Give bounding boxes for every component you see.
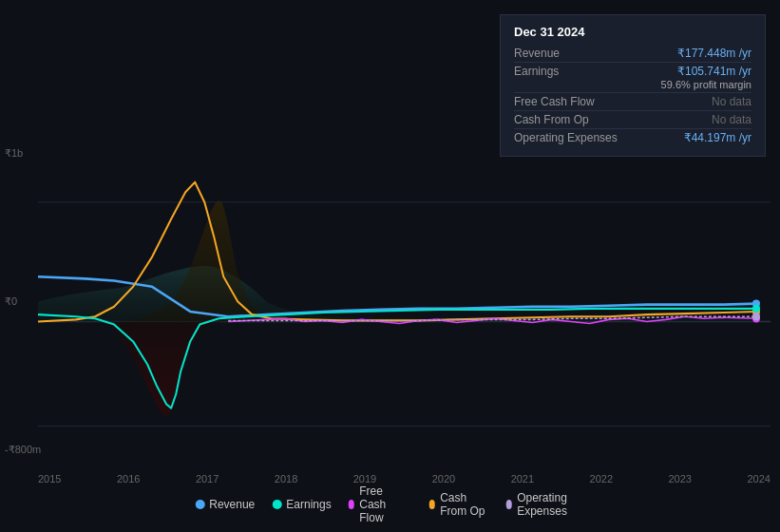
legend-item-opex[interactable]: Operating Expenses xyxy=(506,491,585,518)
tooltip-label-revenue: Revenue xyxy=(514,47,628,60)
tooltip-value-cashfromop: No data xyxy=(712,113,751,126)
chart-container: ₹1b ₹0 -₹800m xyxy=(0,147,780,484)
y-label-zero: ₹0 xyxy=(5,295,41,308)
y-label-bottom: -₹800m xyxy=(5,444,41,456)
legend-item-cashfromop[interactable]: Cash From Op xyxy=(429,491,489,518)
y-label-top: ₹1b xyxy=(5,147,41,160)
tooltip-label-earnings: Earnings xyxy=(514,65,628,78)
tooltip-date: Dec 31 2024 xyxy=(514,25,751,39)
x-label-2023: 2023 xyxy=(669,473,692,484)
legend-dot-fcf xyxy=(349,500,355,509)
x-label-2018: 2018 xyxy=(275,473,297,484)
legend-item-fcf[interactable]: Free Cash Flow xyxy=(349,484,412,524)
legend-dot-cashfromop xyxy=(429,500,436,509)
tooltip-value-earnings: ₹105.741m /yr xyxy=(661,65,751,78)
chart-svg xyxy=(38,147,770,456)
chart-area xyxy=(38,147,770,456)
tooltip-card: Dec 31 2024 Revenue ₹177.448m /yr Earnin… xyxy=(500,14,766,157)
x-label-2024: 2024 xyxy=(747,473,770,484)
x-axis-labels: 2015 2016 2017 2018 2019 2020 2021 2022 … xyxy=(38,473,770,484)
legend-dot-revenue xyxy=(195,500,204,509)
tooltip-label-fcf: Free Cash Flow xyxy=(514,95,628,108)
legend-item-revenue[interactable]: Revenue xyxy=(195,498,255,511)
tooltip-value-fcf: No data xyxy=(712,95,751,108)
legend-label-revenue: Revenue xyxy=(209,498,255,511)
x-label-2017: 2017 xyxy=(196,473,219,484)
tooltip-row-opex: Operating Expenses ₹44.197m /yr xyxy=(514,129,751,146)
x-label-2019: 2019 xyxy=(353,473,376,484)
tooltip-row-earnings: Earnings ₹105.741m /yr 59.6% profit marg… xyxy=(514,63,751,93)
legend-label-opex: Operating Expenses xyxy=(517,491,585,518)
x-label-2015: 2015 xyxy=(38,473,61,484)
legend-dot-opex xyxy=(506,500,513,509)
svg-point-7 xyxy=(752,313,760,320)
tooltip-value-opex: ₹44.197m /yr xyxy=(684,131,751,144)
legend-label-cashfromop: Cash From Op xyxy=(440,491,488,518)
tooltip-row-fcf: Free Cash Flow No data xyxy=(514,93,751,111)
legend-label-earnings: Earnings xyxy=(286,498,331,511)
profit-margin: 59.6% profit margin xyxy=(661,79,751,90)
legend: Revenue Earnings Free Cash Flow Cash Fro… xyxy=(195,484,585,524)
tooltip-label-cashfromop: Cash From Op xyxy=(514,113,628,126)
legend-dot-earnings xyxy=(272,500,281,509)
legend-label-fcf: Free Cash Flow xyxy=(359,484,411,524)
tooltip-label-opex: Operating Expenses xyxy=(514,131,628,144)
tooltip-value-revenue: ₹177.448m /yr xyxy=(677,47,751,60)
x-label-2020: 2020 xyxy=(432,473,455,484)
x-label-2016: 2016 xyxy=(117,473,140,484)
tooltip-row-revenue: Revenue ₹177.448m /yr xyxy=(514,45,751,63)
legend-item-earnings[interactable]: Earnings xyxy=(272,498,331,511)
x-label-2022: 2022 xyxy=(590,473,613,484)
tooltip-row-cashfromop: Cash From Op No data xyxy=(514,111,751,129)
svg-point-5 xyxy=(752,305,760,313)
x-label-2021: 2021 xyxy=(511,473,534,484)
